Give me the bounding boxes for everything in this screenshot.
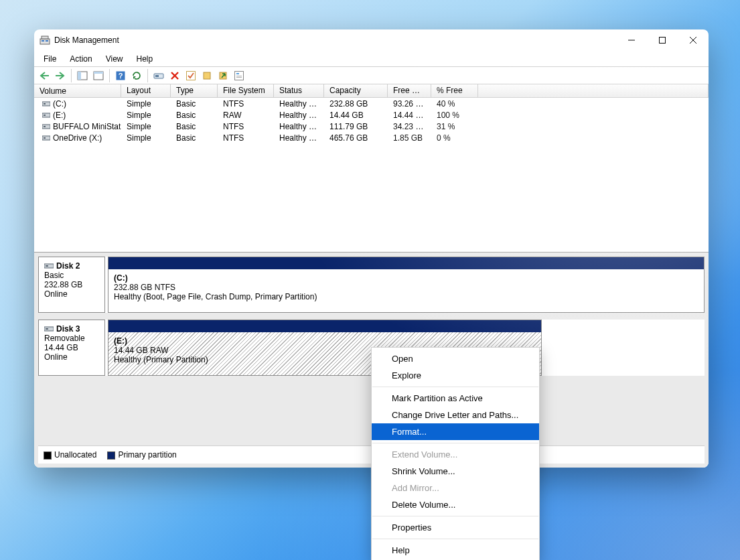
disk-header: Disk 3 Removable 14.44 GB Online [38,320,105,376]
volume-pct: 40 % [431,99,478,109]
disk-kind: Basic [44,271,99,280]
action-check-button[interactable] [183,68,198,83]
legend-unallocated: Unallocated [44,450,96,460]
ctx-format[interactable]: Format... [372,423,539,440]
svg-rect-1 [42,40,44,42]
disk-title: Disk 2 [56,261,80,271]
view-settings-button[interactable] [91,68,106,83]
svg-text:?: ? [119,72,123,80]
col-fs[interactable]: File System [218,84,274,98]
svg-rect-20 [42,102,50,106]
show-hide-console-tree-button[interactable] [75,68,90,83]
svg-rect-6 [78,72,81,80]
col-volume[interactable]: Volume [34,84,121,98]
ctx-change-letter[interactable]: Change Drive Letter and Paths... [372,407,539,423]
volume-name: (C:) [53,99,66,109]
svg-rect-4 [660,38,666,44]
col-capacity[interactable]: Capacity [324,84,388,98]
properties-button[interactable] [232,68,246,83]
vertical-scrollbar[interactable] [697,253,708,467]
menu-bar: File Action View Help [34,51,709,67]
col-pct[interactable]: % Free [431,84,478,98]
partition-info: (C:) 232.88 GB NTFS Healthy (Boot, Page … [108,269,704,312]
drive-icon [44,263,54,269]
ctx-mark-active[interactable]: Mark Partition as Active [372,390,539,407]
drive-icon [42,123,50,130]
svg-rect-25 [44,126,46,127]
new-volume-button[interactable] [200,68,214,83]
rescan-disks-button[interactable] [151,68,166,83]
svg-rect-27 [44,137,46,139]
title-text: Disk Management [54,36,119,45]
svg-rect-26 [42,136,50,140]
maximize-button[interactable] [647,29,678,51]
volume-list[interactable]: Volume Layout Type File System Status Ca… [34,84,709,253]
svg-rect-24 [42,125,50,129]
partition[interactable]: (C:) 232.88 GB NTFS Healthy (Boot, Page … [108,257,705,313]
help-button[interactable]: ? [113,68,128,83]
disk-size: 232.88 GB [44,280,99,289]
nav-forward-button[interactable] [53,68,68,83]
partition-sizefs: 232.88 GB NTFS [114,283,698,292]
toolbar-separator [147,69,148,82]
volume-row[interactable]: BUFFALO MiniStat... Simple Basic NTFS He… [34,121,709,132]
volume-row[interactable]: (E:) Simple Basic RAW Healthy (P... 14.4… [34,109,709,121]
column-headers[interactable]: Volume Layout Type File System Status Ca… [34,84,709,98]
ctx-extend-volume: Extend Volume... [372,446,539,463]
disk-state: Online [44,352,99,362]
menu-file[interactable]: File [37,52,63,66]
svg-rect-2 [46,40,48,42]
volume-row[interactable]: OneDrive (X:) Simple Basic NTFS Healthy … [34,132,709,143]
swatch-unallocated [44,451,52,460]
nav-back-button[interactable] [37,68,52,83]
minimize-button[interactable] [616,29,647,51]
attach-vhd-button[interactable] [216,68,230,83]
app-icon [40,35,50,46]
ctx-open[interactable]: Open [372,350,539,367]
ctx-separator [372,387,538,387]
ctx-separator [372,516,538,516]
ctx-separator [372,443,538,443]
partition-color-bar [108,320,541,332]
svg-rect-8 [94,72,103,74]
volume-name: OneDrive (X:) [53,133,102,143]
svg-rect-29 [46,265,48,267]
menu-help[interactable]: Help [130,52,160,66]
ctx-explore[interactable]: Explore [372,367,539,384]
disk-row-disk-2[interactable]: Disk 2 Basic 232.88 GB Online (C:) 232.8… [38,257,705,313]
partition-name: (E:) [114,336,536,346]
col-type[interactable]: Type [171,84,218,98]
col-free[interactable]: Free Spa... [388,84,431,98]
disk-title: Disk 3 [56,324,80,334]
drive-icon [42,100,50,107]
volume-status: Healthy (B... [274,99,324,109]
svg-rect-21 [44,103,46,104]
svg-rect-12 [155,75,159,77]
volume-layout: Simple [121,99,171,109]
volume-fs: NTFS [218,99,274,109]
ctx-delete-volume[interactable]: Delete Volume... [372,496,539,513]
svg-rect-23 [44,115,46,116]
disk-state: Online [44,289,99,299]
volume-capacity: 232.88 GB [324,99,388,109]
ctx-help[interactable]: Help [372,542,539,559]
ctx-properties[interactable]: Properties [372,519,539,536]
partition-name: (C:) [114,273,698,283]
delete-button[interactable] [167,68,182,83]
ctx-shrink-volume[interactable]: Shrink Volume... [372,463,539,480]
svg-rect-22 [42,113,50,117]
ctx-add-mirror: Add Mirror... [372,480,539,496]
menu-action[interactable]: Action [63,52,98,66]
volume-free: 93.26 GB [388,99,431,109]
drive-icon [42,135,50,141]
col-layout[interactable]: Layout [121,84,171,98]
title-bar: Disk Management [34,29,709,51]
drive-icon [42,112,50,119]
svg-rect-13 [187,71,196,80]
col-status[interactable]: Status [274,84,324,98]
close-button[interactable] [678,29,709,51]
volume-row[interactable]: (C:) Simple Basic NTFS Healthy (B... 232… [34,98,709,109]
menu-view[interactable]: View [99,52,130,66]
refresh-button[interactable] [129,68,144,83]
toolbar-separator [71,69,72,82]
